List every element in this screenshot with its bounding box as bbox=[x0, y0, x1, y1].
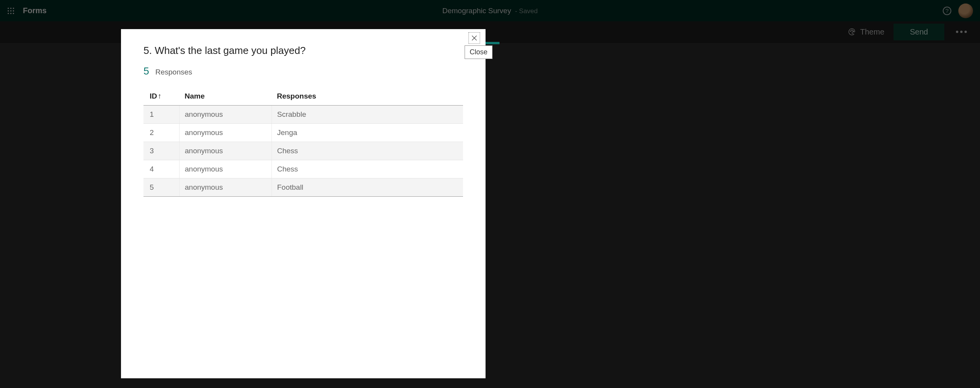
question-title: 5. What's the last game you played? bbox=[143, 45, 463, 57]
cell-response: Football bbox=[271, 178, 463, 197]
responses-detail-modal: Close 5. What's the last game you played… bbox=[121, 29, 486, 378]
cell-name: anonymous bbox=[179, 178, 271, 197]
responses-tbody: 1 anonymous Scrabble 2 anonymous Jenga 3… bbox=[143, 106, 463, 197]
cell-id: 2 bbox=[143, 124, 179, 142]
table-row: 1 anonymous Scrabble bbox=[143, 106, 463, 124]
table-row: 4 anonymous Chess bbox=[143, 160, 463, 178]
cell-id: 5 bbox=[143, 178, 179, 197]
cell-name: anonymous bbox=[179, 124, 271, 142]
column-header-name[interactable]: Name bbox=[179, 87, 271, 106]
cell-response: Chess bbox=[271, 160, 463, 178]
cell-response: Scrabble bbox=[271, 106, 463, 124]
response-count-number: 5 bbox=[143, 65, 149, 77]
cell-id: 1 bbox=[143, 106, 179, 124]
column-header-id[interactable]: ID↑ bbox=[143, 87, 179, 106]
response-count-row: 5 Responses bbox=[143, 65, 463, 77]
response-count-label: Responses bbox=[155, 68, 192, 76]
cell-id: 3 bbox=[143, 142, 179, 160]
close-tooltip: Close bbox=[465, 45, 493, 59]
sort-ascending-icon: ↑ bbox=[158, 92, 162, 100]
cell-name: anonymous bbox=[179, 142, 271, 160]
tab-accent-strip bbox=[486, 42, 500, 44]
cell-name: anonymous bbox=[179, 160, 271, 178]
cell-response: Jenga bbox=[271, 124, 463, 142]
close-icon bbox=[471, 35, 478, 42]
table-header-row: ID↑ Name Responses bbox=[143, 87, 463, 106]
close-button[interactable] bbox=[468, 32, 480, 44]
responses-table: ID↑ Name Responses 1 anonymous Scrabble … bbox=[143, 87, 463, 197]
table-row: 3 anonymous Chess bbox=[143, 142, 463, 160]
table-row: 5 anonymous Football bbox=[143, 178, 463, 197]
column-header-responses[interactable]: Responses bbox=[271, 87, 463, 106]
cell-response: Chess bbox=[271, 142, 463, 160]
cell-id: 4 bbox=[143, 160, 179, 178]
cell-name: anonymous bbox=[179, 106, 271, 124]
column-header-id-label: ID bbox=[150, 92, 157, 100]
table-row: 2 anonymous Jenga bbox=[143, 124, 463, 142]
